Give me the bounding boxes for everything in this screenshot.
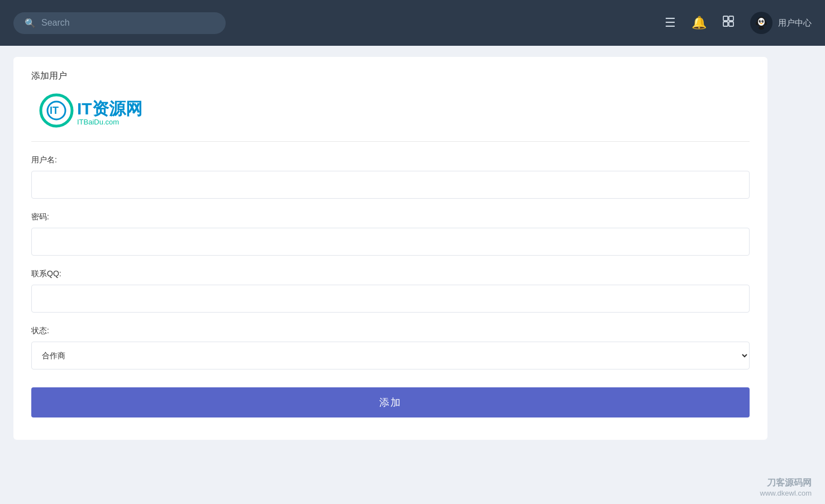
password-input[interactable] (31, 228, 750, 256)
qq-group: 联系QQ: (31, 269, 750, 313)
svg-point-9 (762, 21, 764, 22)
search-icon: 🔍 (25, 18, 36, 28)
svg-rect-3 (729, 22, 733, 26)
svg-rect-2 (723, 22, 728, 26)
add-user-form: 用户名: 密码: 联系QQ: 状态: 合作商 添加 (31, 155, 750, 417)
avatar (750, 12, 772, 34)
svg-rect-1 (729, 16, 733, 21)
svg-point-13 (759, 26, 764, 30)
submit-button[interactable]: 添加 (31, 387, 750, 417)
watermark: 刀客源码网 www.dkewl.com (760, 477, 812, 497)
search-bar[interactable]: 🔍 (13, 12, 226, 34)
qq-label: 联系QQ: (31, 269, 750, 279)
status-label: 状态: (31, 326, 750, 336)
qq-input[interactable] (31, 285, 750, 313)
password-group: 密码: (31, 212, 750, 256)
user-area[interactable]: 用户中心 (750, 12, 812, 34)
svg-text:IT: IT (50, 105, 59, 116)
add-user-card: 添加用户 IT IT资源网 ITBaiDu.com (13, 57, 767, 440)
search-input[interactable] (41, 18, 214, 28)
logo-area: IT IT资源网 ITBaiDu.com (31, 91, 750, 142)
menu-icon[interactable]: ☰ (665, 16, 676, 30)
logo: IT IT资源网 ITBaiDu.com (31, 91, 188, 130)
username-input[interactable] (31, 171, 750, 199)
card-title: 添加用户 (31, 70, 750, 82)
watermark-line1: 刀客源码网 (760, 477, 812, 489)
header-left: 🔍 (13, 12, 226, 34)
svg-text:IT资源网: IT资源网 (77, 99, 142, 118)
svg-point-10 (760, 23, 763, 24)
header: 🔍 ☰ 🔔 (0, 0, 825, 46)
svg-point-8 (760, 21, 761, 22)
bell-icon[interactable]: 🔔 (692, 16, 707, 30)
username-group: 用户名: (31, 155, 750, 199)
svg-point-11 (756, 22, 758, 25)
header-right: ☰ 🔔 (665, 12, 812, 34)
user-label: 用户中心 (778, 18, 812, 28)
username-label: 用户名: (31, 155, 750, 165)
status-select[interactable]: 合作商 (31, 342, 750, 369)
status-group: 状态: 合作商 (31, 326, 750, 369)
svg-point-12 (765, 22, 767, 25)
main-content: 添加用户 IT IT资源网 ITBaiDu.com (0, 46, 825, 451)
svg-text:ITBaiDu.com: ITBaiDu.com (77, 118, 119, 126)
watermark-line2: www.dkewl.com (760, 489, 812, 497)
fullscreen-icon[interactable] (722, 15, 735, 31)
svg-rect-0 (723, 16, 728, 21)
password-label: 密码: (31, 212, 750, 222)
